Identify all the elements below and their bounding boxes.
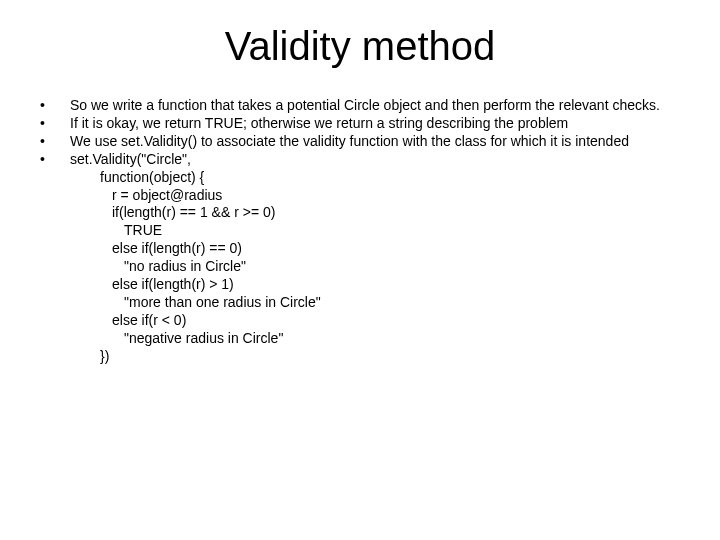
- code-line: else if(length(r) > 1): [88, 276, 684, 294]
- code-line: "negative radius in Circle": [88, 330, 684, 348]
- code-block: function(object) { r = object@radius if(…: [88, 169, 684, 366]
- code-line: r = object@radius: [88, 187, 684, 205]
- slide-content: • So we write a function that takes a po…: [36, 97, 684, 366]
- bullet-item: • If it is okay, we return TRUE; otherwi…: [36, 115, 684, 133]
- code-line: else if(length(r) == 0): [88, 240, 684, 258]
- bullet-item: • We use set.Validity() to associate the…: [36, 133, 684, 151]
- code-line: }): [88, 348, 684, 366]
- code-line: if(length(r) == 1 && r >= 0): [88, 204, 684, 222]
- code-line: TRUE: [88, 222, 684, 240]
- code-line: function(object) {: [88, 169, 684, 187]
- code-line: else if(r < 0): [88, 312, 684, 330]
- bullet-text: If it is okay, we return TRUE; otherwise…: [70, 115, 568, 133]
- bullet-marker-icon: •: [36, 133, 70, 151]
- bullet-text: set.Validity("Circle",: [70, 151, 191, 169]
- code-line: "more than one radius in Circle": [88, 294, 684, 312]
- bullet-marker-icon: •: [36, 97, 70, 115]
- bullet-item: • So we write a function that takes a po…: [36, 97, 684, 115]
- bullet-item: • set.Validity("Circle",: [36, 151, 684, 169]
- code-line: "no radius in Circle": [88, 258, 684, 276]
- bullet-text: So we write a function that takes a pote…: [70, 97, 660, 115]
- bullet-text: We use set.Validity() to associate the v…: [70, 133, 629, 151]
- bullet-marker-icon: •: [36, 151, 70, 169]
- slide-title: Validity method: [36, 24, 684, 69]
- slide: Validity method • So we write a function…: [0, 0, 720, 540]
- bullet-marker-icon: •: [36, 115, 70, 133]
